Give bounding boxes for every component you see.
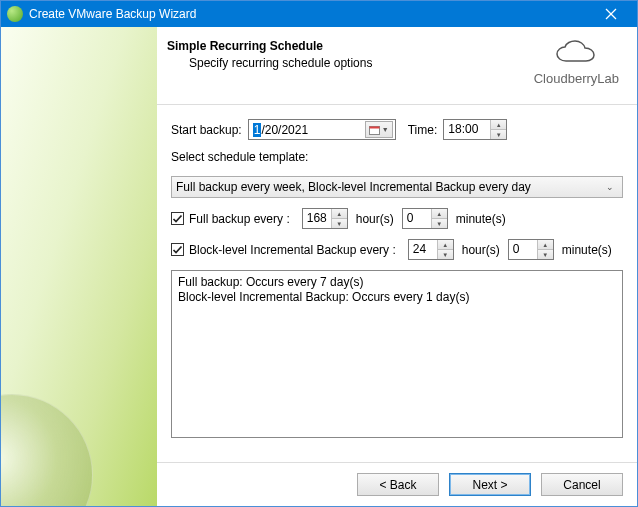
- spin-up-icon[interactable]: ▲: [538, 240, 553, 250]
- calendar-dropdown-button[interactable]: ▼: [365, 121, 393, 138]
- brand-text: CloudberryLab: [534, 71, 619, 86]
- start-date-input[interactable]: 1/20/2021 ▼: [248, 119, 396, 140]
- minutes-unit: minute(s): [456, 212, 506, 226]
- page-subtitle: Specify recurring schedule options: [167, 56, 534, 70]
- spin-down-icon[interactable]: ▼: [538, 250, 553, 259]
- incr-hours-input[interactable]: 24 ▲▼: [408, 239, 454, 260]
- check-icon: [172, 244, 183, 255]
- spin-down-icon[interactable]: ▼: [438, 250, 453, 259]
- incr-minutes-input[interactable]: 0 ▲▼: [508, 239, 554, 260]
- svg-rect-3: [369, 126, 379, 128]
- template-value: Full backup every week, Block-level Incr…: [176, 180, 602, 194]
- back-button[interactable]: < Back: [357, 473, 439, 496]
- spin-up-icon[interactable]: ▲: [438, 240, 453, 250]
- brand-logo: CloudberryLab: [534, 39, 619, 86]
- minutes-unit2: minute(s): [562, 243, 612, 257]
- full-minutes-input[interactable]: 0 ▲▼: [402, 208, 448, 229]
- wizard-sidebar: [1, 27, 157, 506]
- time-value: 18:00: [444, 120, 490, 139]
- page-title: Simple Recurring Schedule: [167, 39, 534, 53]
- incremental-label: Block-level Incremental Backup every :: [189, 243, 396, 257]
- template-dropdown[interactable]: Full backup every week, Block-level Incr…: [171, 176, 623, 198]
- wizard-footer: < Back Next > Cancel: [157, 462, 637, 506]
- spin-up-icon[interactable]: ▲: [332, 209, 347, 219]
- hours-unit: hour(s): [356, 212, 394, 226]
- spin-down-icon[interactable]: ▼: [432, 219, 447, 228]
- time-label: Time:: [408, 123, 438, 137]
- page-header: Simple Recurring Schedule Specify recurr…: [157, 27, 637, 105]
- chevron-down-icon: ▼: [382, 126, 389, 133]
- calendar-icon: [369, 125, 380, 135]
- form-area: Start backup: 1/20/2021 ▼ Time:: [157, 105, 637, 462]
- chevron-down-icon: ⌄: [602, 182, 618, 192]
- summary-line: Full backup: Occurs every 7 day(s): [178, 275, 616, 290]
- close-button[interactable]: [591, 1, 631, 27]
- schedule-summary: Full backup: Occurs every 7 day(s) Block…: [171, 270, 623, 438]
- cancel-button[interactable]: Cancel: [541, 473, 623, 496]
- full-backup-label: Full backup every :: [189, 212, 290, 226]
- spin-up-icon[interactable]: ▲: [432, 209, 447, 219]
- window-title: Create VMware Backup Wizard: [29, 7, 196, 21]
- summary-line: Block-level Incremental Backup: Occurs e…: [178, 290, 616, 305]
- titlebar: Create VMware Backup Wizard: [1, 1, 637, 27]
- check-icon: [172, 213, 183, 224]
- template-label: Select schedule template:: [171, 150, 308, 164]
- spin-up-icon[interactable]: ▲: [491, 120, 506, 130]
- wizard-window: Create VMware Backup Wizard Simple Recur…: [0, 0, 638, 507]
- spin-down-icon[interactable]: ▼: [332, 219, 347, 228]
- date-rest: /20/2021: [261, 123, 308, 137]
- close-icon: [605, 8, 617, 20]
- next-button[interactable]: Next >: [449, 473, 531, 496]
- full-hours-input[interactable]: 168 ▲▼: [302, 208, 348, 229]
- hours-unit2: hour(s): [462, 243, 500, 257]
- app-icon: [7, 6, 23, 22]
- time-input[interactable]: 18:00 ▲ ▼: [443, 119, 507, 140]
- incremental-checkbox[interactable]: [171, 243, 184, 256]
- start-backup-label: Start backup:: [171, 123, 242, 137]
- full-backup-checkbox[interactable]: [171, 212, 184, 225]
- spin-down-icon[interactable]: ▼: [491, 130, 506, 139]
- cloud-icon: [554, 39, 598, 69]
